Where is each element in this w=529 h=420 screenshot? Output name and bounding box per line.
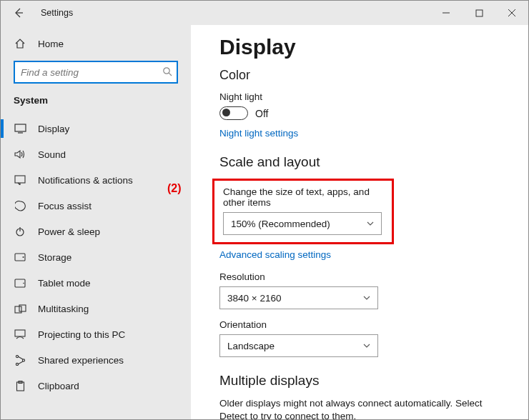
scale-label: Change the size of text, apps, and other… <box>223 186 383 208</box>
close-button[interactable] <box>495 1 528 25</box>
scale-select[interactable]: 150% (Recommended) <box>223 212 382 235</box>
search-input[interactable] <box>14 61 178 84</box>
home-icon <box>14 37 26 50</box>
shared-experiences-icon <box>14 354 26 366</box>
page-title: Display <box>219 35 505 59</box>
svg-point-13 <box>23 256 24 258</box>
close-icon <box>508 9 516 17</box>
orientation-label: Orientation <box>219 319 505 330</box>
sidebar-item-label: Projecting to this PC <box>38 329 125 340</box>
sidebar-home-label: Home <box>38 39 64 49</box>
advanced-scaling-link[interactable]: Advanced scaling settings <box>219 249 331 260</box>
arrow-left-icon <box>13 7 24 19</box>
scale-value: 150% (Recommended) <box>231 219 330 229</box>
sidebar-item-label: Shared experiences <box>38 355 124 366</box>
section-scale: Scale and layout <box>219 154 505 170</box>
sidebar-item-label: Notifications & actions <box>38 175 133 186</box>
window-title: Settings <box>41 8 73 18</box>
annotation-marker: (2) <box>167 182 182 195</box>
tablet-icon <box>14 276 26 289</box>
clipboard-icon <box>14 379 26 392</box>
projecting-icon <box>14 328 26 341</box>
sidebar-item-shared-experiences[interactable]: Shared experiences <box>1 347 191 373</box>
maximize-icon <box>475 9 483 17</box>
sidebar-item-display[interactable]: Display <box>1 116 191 141</box>
resolution-value: 3840 × 2160 <box>227 293 281 304</box>
orientation-select[interactable]: Landscape <box>219 334 378 357</box>
toggle-knob <box>222 109 230 116</box>
titlebar: Settings <box>1 1 528 25</box>
svg-point-21 <box>16 363 18 365</box>
sidebar-item-power-sleep[interactable]: Power & sleep <box>1 219 191 244</box>
svg-rect-18 <box>15 330 25 336</box>
content-pane: Display Color Night light Off Night ligh… <box>191 25 528 419</box>
sidebar-item-label: Multitasking <box>38 304 89 314</box>
night-light-state: Off <box>255 108 268 119</box>
svg-point-20 <box>22 359 24 361</box>
minimize-icon <box>442 9 450 17</box>
sidebar: Home System Display Sound Notifications … <box>1 25 191 419</box>
sidebar-item-focus-assist[interactable]: Focus assist <box>1 193 191 219</box>
annotation-highlight: Change the size of text, apps, and other… <box>212 179 394 244</box>
resolution-select[interactable]: 3840 × 2160 <box>219 286 378 309</box>
sidebar-item-label: Clipboard <box>38 381 79 391</box>
chevron-down-icon <box>363 296 370 300</box>
svg-rect-7 <box>15 124 26 131</box>
svg-rect-16 <box>15 306 21 313</box>
sidebar-item-projecting[interactable]: Projecting to this PC <box>1 321 191 347</box>
resolution-label: Resolution <box>219 271 505 282</box>
multitasking-icon <box>14 302 26 315</box>
sidebar-item-multitasking[interactable]: Multitasking <box>1 296 191 321</box>
notifications-icon <box>14 174 26 186</box>
svg-rect-17 <box>19 305 26 311</box>
power-icon <box>14 225 26 238</box>
display-icon <box>14 122 26 135</box>
sidebar-item-clipboard[interactable]: Clipboard <box>1 373 191 399</box>
svg-rect-9 <box>15 176 25 183</box>
night-light-label: Night light <box>219 91 505 102</box>
orientation-value: Landscape <box>227 341 275 351</box>
sidebar-item-notifications[interactable]: Notifications & actions <box>1 167 191 193</box>
multiple-displays-text: Older displays might not always connect … <box>219 397 505 419</box>
sound-icon <box>14 148 26 161</box>
sidebar-item-label: Focus assist <box>38 201 92 211</box>
svg-point-19 <box>16 355 18 357</box>
sidebar-item-label: Tablet mode <box>38 278 91 289</box>
section-multiple-displays: Multiple displays <box>219 373 505 389</box>
sidebar-home[interactable]: Home <box>1 31 191 56</box>
svg-rect-2 <box>476 10 483 16</box>
back-button[interactable] <box>11 5 26 21</box>
minimize-button[interactable] <box>430 1 463 25</box>
sidebar-category: System <box>1 95 191 106</box>
svg-point-15 <box>23 282 24 284</box>
sidebar-item-label: Display <box>38 124 69 134</box>
sidebar-item-storage[interactable]: Storage <box>1 244 191 270</box>
maximize-button[interactable] <box>463 1 495 25</box>
section-color: Color <box>219 68 505 83</box>
chevron-down-icon <box>367 221 374 226</box>
night-light-settings-link[interactable]: Night light settings <box>219 128 298 139</box>
chevron-down-icon <box>363 344 370 348</box>
sidebar-item-label: Storage <box>38 252 71 263</box>
night-light-toggle[interactable] <box>219 106 248 120</box>
sidebar-item-label: Power & sleep <box>38 226 100 237</box>
focus-assist-icon <box>14 199 26 212</box>
sidebar-item-sound[interactable]: Sound <box>1 141 191 167</box>
sidebar-item-tablet-mode[interactable]: Tablet mode <box>1 270 191 296</box>
sidebar-item-label: Sound <box>38 149 66 160</box>
storage-icon <box>14 251 26 264</box>
